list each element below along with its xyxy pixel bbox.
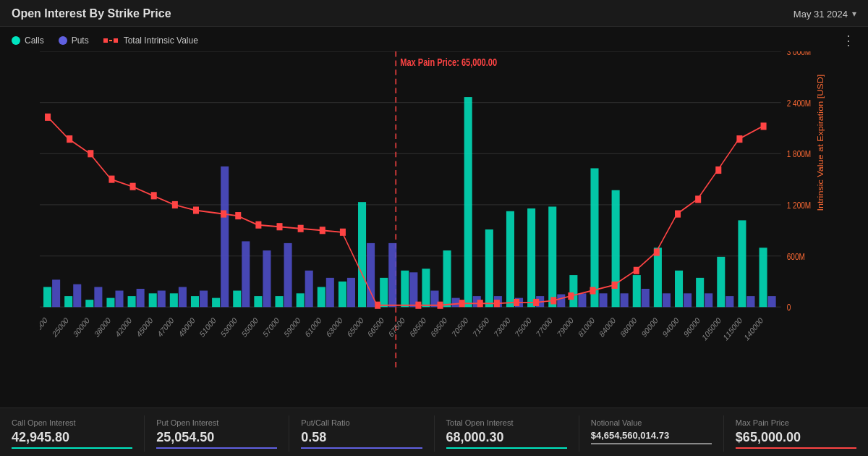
more-options-icon[interactable]: ⋮ <box>842 33 856 48</box>
legend-intrinsic: Total Intrinsic Value <box>103 35 198 46</box>
svg-text:96000: 96000 <box>682 315 701 339</box>
maxpain-underline <box>736 447 856 449</box>
svg-text:115000: 115000 <box>722 315 744 342</box>
svg-rect-103 <box>298 225 304 232</box>
svg-text:25000: 25000 <box>51 315 69 339</box>
svg-rect-37 <box>212 298 220 308</box>
svg-rect-86 <box>726 296 733 307</box>
svg-text:105000: 105000 <box>701 315 723 342</box>
svg-rect-99 <box>221 211 226 218</box>
svg-rect-63 <box>485 229 493 307</box>
main-container: Open Interest By Strike Price May 31 202… <box>0 0 868 456</box>
svg-rect-91 <box>45 114 51 121</box>
maxpain-label: Max Pain Price <box>736 418 856 427</box>
svg-rect-108 <box>438 302 443 309</box>
svg-text:47000: 47000 <box>156 315 175 339</box>
svg-rect-23 <box>64 296 72 307</box>
svg-rect-53 <box>380 278 388 307</box>
svg-rect-100 <box>235 212 241 219</box>
call-oi-underline <box>12 447 132 449</box>
intrinsic-label: Total Intrinsic Value <box>124 35 198 46</box>
svg-text:59000: 59000 <box>283 315 302 339</box>
svg-text:90000: 90000 <box>640 315 659 339</box>
ratio-value: 0.58 <box>301 430 422 445</box>
svg-text:3 000M: 3 000M <box>787 51 811 56</box>
svg-rect-88 <box>746 296 754 307</box>
svg-rect-45 <box>297 293 305 307</box>
svg-rect-69 <box>548 206 556 307</box>
svg-rect-112 <box>514 299 519 306</box>
svg-rect-90 <box>768 296 776 307</box>
svg-text:Intrinsic Value at Expiration : Intrinsic Value at Expiration [USD] <box>817 75 825 211</box>
svg-rect-35 <box>191 296 199 307</box>
svg-rect-78 <box>642 289 650 307</box>
svg-rect-92 <box>67 135 72 143</box>
svg-rect-119 <box>654 248 660 256</box>
svg-rect-117 <box>612 282 618 289</box>
svg-rect-48 <box>326 278 334 307</box>
svg-rect-32 <box>158 291 166 308</box>
svg-rect-34 <box>179 287 187 307</box>
svg-text:63000: 63000 <box>325 315 344 339</box>
svg-rect-46 <box>305 271 313 307</box>
svg-text:30000: 30000 <box>72 315 90 339</box>
svg-rect-41 <box>254 296 262 307</box>
svg-rect-61 <box>464 97 472 307</box>
svg-rect-54 <box>388 243 396 307</box>
svg-rect-79 <box>654 248 662 307</box>
svg-rect-28 <box>115 291 123 308</box>
puts-label: Puts <box>72 35 89 46</box>
svg-text:75000: 75000 <box>514 315 532 339</box>
svg-text:68500: 68500 <box>408 315 427 339</box>
svg-rect-67 <box>527 208 535 307</box>
stat-call-oi: Call Open Interest 42,945.80 <box>0 415 145 452</box>
svg-text:57000: 57000 <box>262 315 281 339</box>
svg-rect-120 <box>675 211 681 218</box>
svg-text:42000: 42000 <box>114 315 133 339</box>
chevron-down-icon: ▾ <box>852 9 856 19</box>
legend-puts: Puts <box>59 35 89 46</box>
svg-rect-122 <box>715 166 721 174</box>
svg-text:71500: 71500 <box>472 315 490 339</box>
svg-rect-29 <box>128 296 136 307</box>
svg-text:66500: 66500 <box>366 315 385 339</box>
svg-text:53000: 53000 <box>219 315 238 339</box>
svg-rect-84 <box>705 293 712 307</box>
svg-rect-109 <box>459 300 465 307</box>
stat-maxpain: Max Pain Price $65,000.00 <box>724 415 868 452</box>
svg-rect-85 <box>717 257 725 307</box>
date-selector[interactable]: May 31 2024 ▾ <box>793 9 856 20</box>
svg-rect-27 <box>106 298 114 308</box>
svg-rect-49 <box>339 282 346 307</box>
svg-text:81000: 81000 <box>577 315 596 339</box>
svg-rect-105 <box>340 229 346 236</box>
svg-rect-101 <box>255 221 261 229</box>
chart-area: 0 800 1600 2400 3200 4000 0 600M 1 200M … <box>0 51 868 408</box>
stat-put-oi: Put Open Interest 25,054.50 <box>145 415 289 452</box>
svg-text:55000: 55000 <box>240 315 259 339</box>
intrinsic-icon <box>103 38 108 43</box>
svg-rect-39 <box>233 291 241 308</box>
svg-rect-115 <box>568 292 574 300</box>
svg-text:1 200M: 1 200M <box>787 200 811 210</box>
notional-underline <box>591 443 712 444</box>
svg-rect-98 <box>193 206 199 214</box>
svg-rect-65 <box>506 211 514 307</box>
svg-rect-76 <box>621 293 629 307</box>
svg-rect-82 <box>684 293 692 307</box>
svg-text:1 800M: 1 800M <box>787 149 811 159</box>
svg-rect-42 <box>263 250 271 307</box>
svg-text:86000: 86000 <box>619 315 638 339</box>
svg-text:0: 0 <box>787 303 791 312</box>
svg-rect-77 <box>633 275 641 307</box>
svg-rect-121 <box>695 195 701 203</box>
svg-rect-51 <box>358 202 366 307</box>
svg-rect-59 <box>443 250 451 307</box>
stat-total-oi: Total Open Interest 68,000.30 <box>435 415 579 452</box>
svg-text:45000: 45000 <box>135 315 154 339</box>
calls-color-dot <box>12 36 20 45</box>
stat-ratio: Put/Call Ratio 0.58 <box>289 415 434 452</box>
svg-rect-124 <box>761 122 767 130</box>
svg-rect-102 <box>276 223 282 230</box>
svg-text:73000: 73000 <box>493 315 511 339</box>
